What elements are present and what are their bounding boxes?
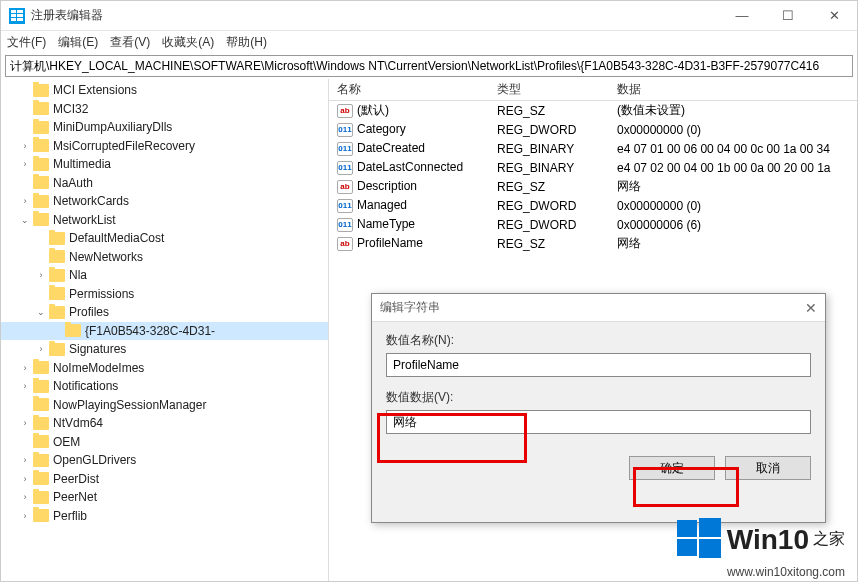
tree-item[interactable]: ›OpenGLDrivers <box>1 451 328 470</box>
tree-label: DefaultMediaCost <box>69 231 164 245</box>
tree-item[interactable]: ›MsiCorruptedFileRecovery <box>1 137 328 156</box>
value-data: (数值未设置) <box>609 102 857 119</box>
list-row[interactable]: ab(默认)REG_SZ(数值未设置) <box>329 101 857 120</box>
string-value-icon: ab <box>337 180 353 194</box>
value-name: NameType <box>357 217 415 231</box>
dialog-titlebar: 编辑字符串 ✕ <box>372 294 825 322</box>
menu-file[interactable]: 文件(F) <box>7 34 46 51</box>
tree-item[interactable]: ›NoImeModeImes <box>1 359 328 378</box>
edit-string-dialog: 编辑字符串 ✕ 数值名称(N): 数值数据(V): 确定 取消 <box>371 293 826 523</box>
tree-item[interactable]: Permissions <box>1 285 328 304</box>
menu-view[interactable]: 查看(V) <box>110 34 150 51</box>
tree-item[interactable]: ›PeerNet <box>1 488 328 507</box>
folder-icon <box>33 158 49 171</box>
string-value-icon: ab <box>337 104 353 118</box>
column-type[interactable]: 类型 <box>489 81 609 98</box>
app-icon <box>9 8 25 24</box>
binary-value-icon: 011 <box>337 199 353 213</box>
tree-label: OpenGLDrivers <box>53 453 136 467</box>
list-row[interactable]: 011NameTypeREG_DWORD0x00000006 (6) <box>329 215 857 234</box>
expand-caret-icon[interactable]: › <box>19 511 31 521</box>
svg-rect-2 <box>11 14 16 17</box>
value-type: REG_SZ <box>489 104 609 118</box>
maximize-button[interactable]: ☐ <box>765 1 811 31</box>
tree-label: NaAuth <box>53 176 93 190</box>
tree-item[interactable]: {F1A0B543-328C-4D31- <box>1 322 328 341</box>
tree-pane[interactable]: MCI ExtensionsMCI32MiniDumpAuxiliaryDlls… <box>1 79 329 582</box>
tree-item[interactable]: ›Multimedia <box>1 155 328 174</box>
tree-label: Signatures <box>69 342 126 356</box>
list-row[interactable]: 011DateCreatedREG_BINARYe4 07 01 00 06 0… <box>329 139 857 158</box>
tree-label: {F1A0B543-328C-4D31- <box>85 324 215 338</box>
tree-item[interactable]: ›PeerDist <box>1 470 328 489</box>
dialog-close-icon[interactable]: ✕ <box>805 300 817 316</box>
tree-label: Perflib <box>53 509 87 523</box>
expand-caret-icon[interactable]: › <box>19 363 31 373</box>
value-name-input[interactable] <box>386 353 811 377</box>
window-controls: — ☐ ✕ <box>719 1 857 31</box>
tree-item[interactable]: DefaultMediaCost <box>1 229 328 248</box>
tree-item[interactable]: ⌄NetworkList <box>1 211 328 230</box>
dialog-title: 编辑字符串 <box>380 299 440 316</box>
address-bar[interactable]: 计算机\HKEY_LOCAL_MACHINE\SOFTWARE\Microsof… <box>5 55 853 77</box>
list-row[interactable]: abDescriptionREG_SZ网络 <box>329 177 857 196</box>
column-data[interactable]: 数据 <box>609 81 857 98</box>
tree-item[interactable]: NowPlayingSessionManager <box>1 396 328 415</box>
expand-caret-icon[interactable]: › <box>19 159 31 169</box>
watermark-suffix: 之家 <box>813 529 845 550</box>
tree-item[interactable]: ›Notifications <box>1 377 328 396</box>
tree-item[interactable]: OEM <box>1 433 328 452</box>
expand-caret-icon[interactable]: › <box>19 474 31 484</box>
value-type: REG_DWORD <box>489 199 609 213</box>
tree-item[interactable]: MCI Extensions <box>1 81 328 100</box>
svg-rect-6 <box>677 520 697 537</box>
list-row[interactable]: 011DateLastConnectedREG_BINARYe4 07 02 0… <box>329 158 857 177</box>
expand-caret-icon[interactable]: ⌄ <box>19 215 31 225</box>
list-row[interactable]: 011ManagedREG_DWORD0x00000000 (0) <box>329 196 857 215</box>
tree-item[interactable]: ›Signatures <box>1 340 328 359</box>
cancel-button[interactable]: 取消 <box>725 456 811 480</box>
tree-label: NtVdm64 <box>53 416 103 430</box>
expand-caret-icon[interactable]: › <box>19 418 31 428</box>
tree-item[interactable]: ›NetworkCards <box>1 192 328 211</box>
expand-caret-icon[interactable]: ⌄ <box>35 307 47 317</box>
list-row[interactable]: abProfileNameREG_SZ网络 <box>329 234 857 253</box>
close-button[interactable]: ✕ <box>811 1 857 31</box>
tree-item[interactable]: ›NtVdm64 <box>1 414 328 433</box>
tree-item[interactable]: ›Nla <box>1 266 328 285</box>
ok-button[interactable]: 确定 <box>629 456 715 480</box>
folder-icon <box>33 398 49 411</box>
titlebar: 注册表编辑器 — ☐ ✕ <box>1 1 857 31</box>
expand-caret-icon[interactable]: › <box>35 344 47 354</box>
svg-rect-5 <box>17 18 23 21</box>
windows-logo-icon <box>677 516 721 563</box>
folder-icon <box>49 269 65 282</box>
menu-favorites[interactable]: 收藏夹(A) <box>162 34 214 51</box>
value-data: 网络 <box>609 178 857 195</box>
value-data: e4 07 01 00 06 00 04 00 0c 00 1a 00 34 <box>609 142 857 156</box>
expand-caret-icon[interactable]: › <box>19 141 31 151</box>
value-data-input[interactable] <box>386 410 811 434</box>
tree-item[interactable]: ›Perflib <box>1 507 328 526</box>
minimize-button[interactable]: — <box>719 1 765 31</box>
tree-label: NetworkList <box>53 213 116 227</box>
folder-icon <box>33 176 49 189</box>
menu-edit[interactable]: 编辑(E) <box>58 34 98 51</box>
tree-item[interactable]: NaAuth <box>1 174 328 193</box>
tree-item[interactable]: NewNetworks <box>1 248 328 267</box>
list-row[interactable]: 011CategoryREG_DWORD0x00000000 (0) <box>329 120 857 139</box>
expand-caret-icon[interactable]: › <box>19 455 31 465</box>
folder-icon <box>49 343 65 356</box>
column-name[interactable]: 名称 <box>329 81 489 98</box>
tree-item[interactable]: MiniDumpAuxiliaryDlls <box>1 118 328 137</box>
folder-icon <box>33 361 49 374</box>
expand-caret-icon[interactable]: › <box>19 492 31 502</box>
tree-item[interactable]: ⌄Profiles <box>1 303 328 322</box>
menu-help[interactable]: 帮助(H) <box>226 34 267 51</box>
tree-label: NowPlayingSessionManager <box>53 398 206 412</box>
tree-item[interactable]: MCI32 <box>1 100 328 119</box>
expand-caret-icon[interactable]: › <box>19 196 31 206</box>
expand-caret-icon[interactable]: › <box>19 381 31 391</box>
tree-label: Profiles <box>69 305 109 319</box>
expand-caret-icon[interactable]: › <box>35 270 47 280</box>
